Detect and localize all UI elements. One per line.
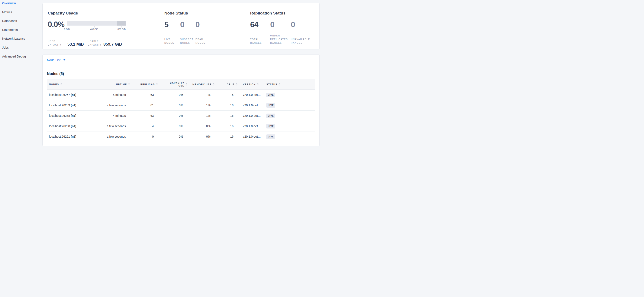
version-cell: v20.1.0-bet… xyxy=(238,111,266,121)
sort-icon[interactable] xyxy=(236,83,238,85)
node-address-cell[interactable]: localhost:26257(n1) xyxy=(47,90,104,100)
node-address-cell[interactable]: localhost:26259(n2) xyxy=(47,100,104,110)
replicas-cell: 63 xyxy=(130,111,158,121)
usable-capacity-label: USABLE CAPACITY xyxy=(88,39,102,47)
column-header-nodes[interactable]: NODES xyxy=(47,79,104,89)
node-id: (n1) xyxy=(71,93,76,96)
sidebar-item-advanced-debug[interactable]: Advanced Debug xyxy=(2,55,40,64)
replicas-cell: 63 xyxy=(130,90,158,100)
chevron-down-icon[interactable] xyxy=(63,59,66,60)
column-header-cpus[interactable]: CPUS xyxy=(214,79,238,89)
cluster-summary-card: Capacity Usage 0.0% 0 GiB 400 GiB 800 Gi… xyxy=(42,3,320,49)
dead-nodes-metric: 0 DEAD NODES xyxy=(196,21,217,45)
node-id: (n2) xyxy=(71,104,76,107)
gauge-used-indicator xyxy=(67,22,67,24)
capacity-use-cell: 0% xyxy=(158,90,187,100)
table-row[interactable]: localhost:26258(n3) 4 minutes 63 0% 1% 1… xyxy=(47,111,315,121)
gauge-tick xyxy=(80,26,81,27)
node-id: (n5) xyxy=(71,135,76,138)
sort-icon[interactable] xyxy=(186,83,187,85)
sort-icon[interactable] xyxy=(128,83,130,85)
status-cell: LIVE xyxy=(266,121,315,131)
replication-status-title: Replication Status xyxy=(250,11,314,15)
nodes-table: NODES UPTIME REPLICAS CAPACITY USE xyxy=(47,79,315,142)
live-nodes-metric: 5 LIVE NODES xyxy=(164,21,180,45)
status-cell: LIVE xyxy=(266,90,315,100)
total-ranges-metric: 64 TOTAL RANGES xyxy=(250,21,270,45)
column-header-status[interactable]: STATUS xyxy=(266,79,315,89)
sort-icon[interactable] xyxy=(60,83,62,85)
uptime-cell: 4 minutes xyxy=(104,90,130,100)
cpus-cell: 16 xyxy=(214,90,238,100)
suspect-nodes-metric: 0 SUSPECT NODES xyxy=(180,21,196,45)
column-header-uptime[interactable]: UPTIME xyxy=(104,79,130,89)
column-header-capacity-use[interactable]: CAPACITY USE xyxy=(158,79,187,89)
memory-use-cell: 1% xyxy=(187,100,214,110)
table-row[interactable]: localhost:26260(n4) a few seconds 4 0% 0… xyxy=(47,121,315,131)
capacity-use-cell: 0% xyxy=(158,131,187,142)
node-address-cell[interactable]: localhost:26260(n4) xyxy=(47,121,104,131)
nodes-count-heading: Nodes (5) xyxy=(47,72,315,76)
column-header-replicas[interactable]: REPLICAS xyxy=(130,79,158,89)
capacity-gauge-chart: 0 GiB 400 GiB 800 GiB xyxy=(67,21,126,31)
sidebar-item-network-latency[interactable]: Network Latency xyxy=(2,37,40,46)
node-address-cell[interactable]: localhost:26261(n5) xyxy=(47,131,104,142)
memory-use-cell: 1% xyxy=(187,90,214,100)
sort-icon[interactable] xyxy=(257,83,259,85)
sort-icon[interactable] xyxy=(278,83,280,85)
nodes-table-header: NODES UPTIME REPLICAS CAPACITY USE xyxy=(47,79,315,90)
version-cell: v20.1.0-bet… xyxy=(238,131,266,142)
cpus-cell: 16 xyxy=(214,100,238,110)
column-header-version[interactable]: VERSION xyxy=(238,79,266,89)
sidebar-item-metrics[interactable]: Metrics xyxy=(2,10,40,19)
under-replicated-ranges-metric: 0 UNDER-REPLICATED RANGES xyxy=(270,21,291,45)
status-badge: LIVE xyxy=(266,134,275,139)
node-status-section: Node Status 5 LIVE NODES 0 SUSPECT NODES… xyxy=(164,3,250,49)
status-badge: LIVE xyxy=(266,114,275,118)
version-cell: v20.1.0-bet… xyxy=(238,100,266,110)
capacity-use-cell: 0% xyxy=(158,121,187,131)
uptime-cell: a few seconds xyxy=(104,121,130,131)
column-header-memory-use[interactable]: MEMORY USE xyxy=(187,79,214,89)
table-row[interactable]: localhost:26257(n1) 4 minutes 63 0% 1% 1… xyxy=(47,90,315,100)
table-row[interactable]: localhost:26261(n5) a few seconds 0 0% 0… xyxy=(47,131,315,142)
usable-capacity-value: 859.7 GiB xyxy=(104,42,122,47)
total-ranges-label: TOTAL RANGES xyxy=(250,37,270,45)
memory-use-cell: 1% xyxy=(187,111,214,121)
sort-icon[interactable] xyxy=(156,83,158,85)
sort-icon[interactable] xyxy=(213,83,214,85)
gauge-tick-label: 800 GiB xyxy=(118,28,126,30)
uptime-cell: 4 minutes xyxy=(104,111,130,121)
sidebar-item-databases[interactable]: Databases xyxy=(2,19,40,28)
replicas-cell: 61 xyxy=(130,100,158,110)
uptime-cell: a few seconds xyxy=(104,131,130,142)
node-address-cell[interactable]: localhost:26258(n3) xyxy=(47,111,104,121)
status-cell: LIVE xyxy=(266,131,315,142)
gauge-tick xyxy=(94,26,94,27)
unavailable-ranges-label: UNAVAILABLE RANGES xyxy=(291,37,310,45)
used-capacity-value: 53.1 MiB xyxy=(68,42,84,47)
under-replicated-ranges-label: UNDER-REPLICATED RANGES xyxy=(270,34,290,45)
used-capacity-label: USED CAPACITY xyxy=(48,39,62,47)
status-badge: LIVE xyxy=(266,93,275,97)
status-cell: LIVE xyxy=(266,111,315,121)
replicas-cell: 0 xyxy=(130,131,158,142)
gauge-bar-dark xyxy=(117,21,126,25)
node-list-dropdown[interactable]: Node List xyxy=(47,58,60,62)
node-list-dropdown-row: Node List xyxy=(43,55,320,65)
sidebar-item-overview[interactable]: Overview xyxy=(2,1,40,10)
under-replicated-ranges-count: 0 xyxy=(270,21,291,28)
replication-status-section: Replication Status 64 TOTAL RANGES 0 UND… xyxy=(250,3,314,49)
sidebar-item-jobs[interactable]: Jobs xyxy=(2,46,40,55)
version-cell: v20.1.0-bet… xyxy=(238,121,266,131)
status-cell: LIVE xyxy=(266,100,315,110)
status-badge: LIVE xyxy=(266,124,275,128)
memory-use-cell: 0% xyxy=(187,131,214,142)
gauge-tick-label: 400 GiB xyxy=(90,28,98,30)
sidebar-item-statements[interactable]: Statements xyxy=(2,28,40,37)
dead-nodes-label: DEAD NODES xyxy=(196,37,209,45)
cpus-cell: 16 xyxy=(214,111,238,121)
live-nodes-label: LIVE NODES xyxy=(164,37,178,45)
capacity-use-cell: 0% xyxy=(158,111,187,121)
table-row[interactable]: localhost:26259(n2) a few seconds 61 0% … xyxy=(47,100,315,111)
